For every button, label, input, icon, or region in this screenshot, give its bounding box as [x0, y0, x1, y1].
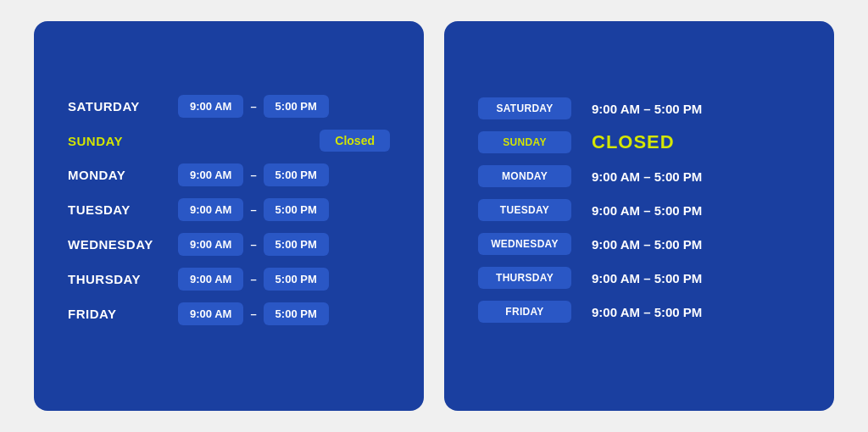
day-label-saturday: SATURDAY [68, 99, 178, 114]
close-time: 5:00 PM [264, 233, 329, 256]
schedule-row: THURSDAY9:00 AM – 5:00 PM [478, 267, 800, 289]
day-label-friday: FRIDAY [68, 307, 178, 321]
dash: – [250, 273, 256, 285]
close-time: 5:00 PM [264, 163, 329, 186]
schedule-row: FRIDAY9:00 AM – 5:00 PM [478, 301, 800, 323]
day-label-tuesday: TUESDAY [68, 202, 178, 217]
time-range: 9:00 AM – 5:00 PM [592, 271, 702, 285]
open-time: 9:00 AM [178, 268, 243, 291]
schedule-row: WEDNESDAY9:00 AM – 5:00 PM [478, 233, 800, 255]
dash: – [250, 169, 256, 181]
day-label-sunday: SUNDAY [68, 134, 178, 148]
right-card: SATURDAY9:00 AM – 5:00 PMSUNDAYCLOSEDMON… [444, 21, 834, 411]
schedule-row: TUESDAY9:00 AM–5:00 PM [68, 198, 390, 221]
schedule-row: SATURDAY9:00 AM–5:00 PM [68, 95, 390, 118]
schedule-row: FRIDAY9:00 AM–5:00 PM [68, 302, 390, 325]
page-wrapper: SATURDAY9:00 AM–5:00 PMSUNDAYClosedMONDA… [0, 4, 868, 428]
schedule-row: MONDAY9:00 AM–5:00 PM [68, 163, 390, 186]
day-label-wednesday: WEDNESDAY [68, 237, 178, 252]
schedule-row: SATURDAY9:00 AM – 5:00 PM [478, 97, 800, 119]
time-range: 9:00 AM – 5:00 PM [592, 102, 702, 116]
schedule-row: TUESDAY9:00 AM – 5:00 PM [478, 199, 800, 221]
time-range: 9:00 AM – 5:00 PM [592, 203, 702, 218]
schedule-row: WEDNESDAY9:00 AM–5:00 PM [68, 233, 390, 256]
time-range: 9:00 AM – 5:00 PM [592, 305, 702, 319]
day-badge-saturday: SATURDAY [478, 97, 571, 119]
day-badge-friday: FRIDAY [478, 301, 571, 323]
schedule-row: SUNDAYCLOSED [478, 131, 800, 153]
schedule-row: SUNDAYClosed [68, 130, 390, 152]
day-badge-wednesday: WEDNESDAY [478, 233, 571, 255]
day-label-monday: MONDAY [68, 168, 178, 182]
open-time: 9:00 AM [178, 302, 243, 325]
closed-text: CLOSED [592, 131, 675, 153]
dash: – [250, 203, 256, 216]
closed-badge: Closed [320, 130, 390, 152]
day-badge-thursday: THURSDAY [478, 267, 571, 289]
day-badge-tuesday: TUESDAY [478, 199, 571, 221]
close-time: 5:00 PM [264, 268, 329, 291]
time-range: 9:00 AM – 5:00 PM [592, 237, 702, 252]
close-time: 5:00 PM [264, 95, 329, 118]
day-badge-monday: MONDAY [478, 165, 571, 187]
dash: – [250, 307, 256, 320]
open-time: 9:00 AM [178, 163, 243, 186]
close-time: 5:00 PM [264, 302, 329, 325]
dash: – [250, 100, 256, 113]
open-time: 9:00 AM [178, 198, 243, 221]
schedule-row: MONDAY9:00 AM – 5:00 PM [478, 165, 800, 187]
close-time: 5:00 PM [264, 198, 329, 221]
dash: – [250, 238, 256, 251]
time-range: 9:00 AM – 5:00 PM [592, 169, 702, 184]
open-time: 9:00 AM [178, 95, 243, 118]
schedule-row: THURSDAY9:00 AM–5:00 PM [68, 268, 390, 291]
day-badge-sunday: SUNDAY [478, 131, 571, 153]
left-card: SATURDAY9:00 AM–5:00 PMSUNDAYClosedMONDA… [34, 21, 424, 411]
day-label-thursday: THURSDAY [68, 272, 178, 286]
open-time: 9:00 AM [178, 233, 243, 256]
